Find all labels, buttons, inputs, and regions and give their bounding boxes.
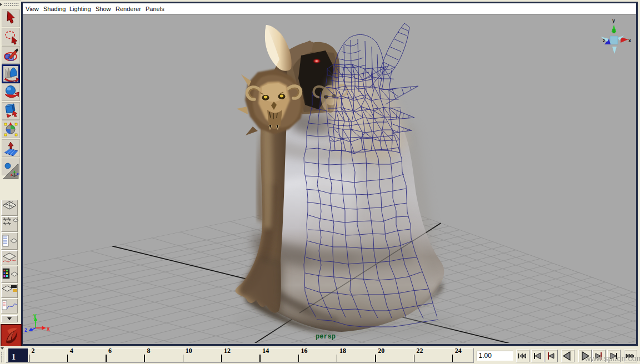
svg-text:y: y	[33, 312, 37, 318]
svg-text:persp: persp	[316, 333, 336, 341]
svg-text:y: y	[612, 18, 615, 23]
svg-text:x: x	[47, 326, 50, 332]
svg-text:x: x	[628, 38, 631, 43]
svg-text:z: z	[24, 327, 27, 333]
